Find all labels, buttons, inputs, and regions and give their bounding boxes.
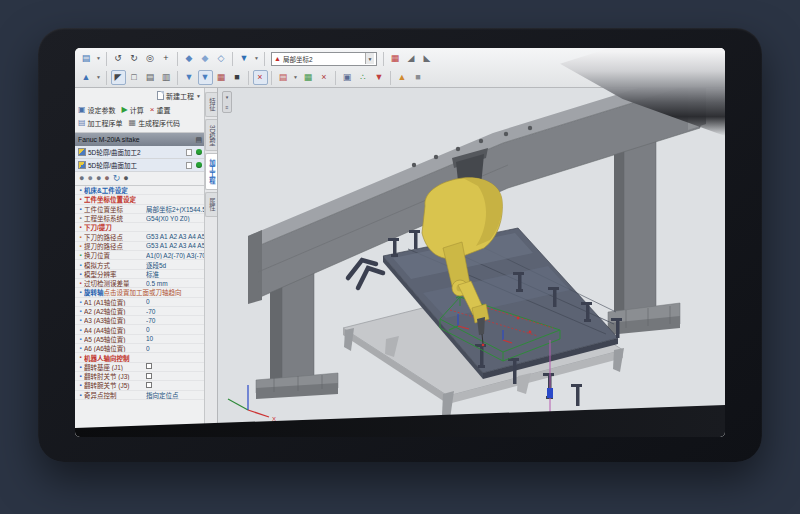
workpiece-icon[interactable]: ▲ bbox=[79, 70, 94, 85]
cursor-icon[interactable]: ▲ bbox=[395, 70, 410, 85]
param-checkbox[interactable] bbox=[146, 363, 152, 369]
new-project-button[interactable]: 新建工程 bbox=[166, 91, 194, 101]
generate-code-button[interactable]: ▦生成程序代码 bbox=[129, 118, 181, 128]
set-params-button[interactable]: ▣设定参数 bbox=[78, 105, 116, 115]
param-row[interactable]: ▪机床&工件设定 bbox=[75, 186, 205, 195]
param-value[interactable]: 逐段5d bbox=[146, 260, 205, 269]
param-value[interactable]: 0 bbox=[146, 326, 205, 333]
param-row[interactable]: ▪A4 (A4轴位置)0 bbox=[75, 325, 205, 334]
info-icon[interactable]: ● bbox=[123, 174, 128, 183]
workpiece-caret-icon[interactable]: ▼ bbox=[95, 70, 103, 85]
param-row[interactable]: ▪模拟方式逐段5d bbox=[75, 260, 205, 269]
param-row[interactable]: ▪机器人轴向控制 bbox=[75, 353, 205, 362]
viewport-menu-icon[interactable]: ▾ bbox=[226, 94, 229, 100]
reset-button[interactable]: ×重置 bbox=[150, 105, 171, 115]
tree-operation-row[interactable]: 5D轮廓/曲面加工 bbox=[75, 159, 205, 172]
tool-setup-icon[interactable]: ● bbox=[87, 174, 92, 183]
select-box-icon[interactable]: □ bbox=[127, 70, 142, 85]
param-row[interactable]: ▪下刀的路径点G53 A1 A2 A3 A4 A5 A6 bbox=[75, 232, 205, 241]
simulation-icon[interactable]: ● bbox=[104, 174, 109, 183]
viewport-mini-toolbar[interactable]: ▾ ≡ bbox=[222, 91, 232, 113]
param-row[interactable]: ▪过切检测误差量0.5 mm bbox=[75, 279, 205, 288]
param-checkbox[interactable] bbox=[146, 382, 152, 388]
machine-setup-icon[interactable]: ● bbox=[79, 174, 84, 183]
param-value[interactable]: 点击设置加工面或刀轴趋向 bbox=[104, 288, 206, 297]
param-row[interactable]: ▪A5 (A5轴位置)10 bbox=[75, 335, 205, 344]
combo-dropdown-icon[interactable]: ▼ bbox=[365, 53, 374, 64]
solid-view-icon[interactable]: ◆ bbox=[182, 51, 197, 66]
select-icon[interactable]: ◤ bbox=[111, 70, 126, 85]
tree-machine-node[interactable]: Fanuc M-20iA sitake ▤ bbox=[75, 133, 205, 146]
new-project-caret-icon[interactable]: ▼ bbox=[196, 93, 201, 99]
param-value[interactable]: 10 bbox=[146, 335, 205, 342]
param-value[interactable]: -70 bbox=[146, 317, 205, 324]
param-row[interactable]: ▪A2 (A2轴位置)-70 bbox=[75, 307, 205, 316]
collision-check-icon[interactable]: × bbox=[253, 70, 268, 85]
param-value[interactable]: 局部坐标2+(X1544.582 bbox=[146, 205, 205, 214]
param-row[interactable]: ▪工程坐标系统G54(X0 Y0 Z0) bbox=[75, 214, 205, 223]
wireframe-view-icon[interactable]: ◇ bbox=[214, 51, 229, 66]
param-value[interactable]: 标准 bbox=[146, 270, 205, 279]
param-value[interactable]: 0 bbox=[146, 345, 205, 352]
param-row[interactable]: ▪下刀/提刀 bbox=[75, 223, 205, 232]
param-row[interactable]: ▪提刀的路径点G53 A1 A2 A3 A4 A5 A6 bbox=[75, 242, 205, 251]
funnel-blue-2-icon[interactable]: ▼ bbox=[198, 70, 213, 85]
palette-icon[interactable]: ▦ bbox=[388, 51, 403, 66]
panel-tab-item[interactable]: 属性 bbox=[205, 192, 217, 217]
tree-operation-row[interactable]: 5D轮廓/曲面加工2 bbox=[75, 146, 205, 159]
param-value[interactable]: A1(0) A2(-70) A3(-70) bbox=[146, 252, 205, 259]
program-list-button[interactable]: ▤加工程序单 bbox=[78, 118, 123, 128]
zoom-icon[interactable]: ◎ bbox=[143, 51, 158, 66]
pdf-caret-icon[interactable]: ▼ bbox=[292, 70, 300, 85]
param-checkbox[interactable] bbox=[146, 373, 152, 379]
funnel-blue-icon[interactable]: ▼ bbox=[182, 70, 197, 85]
workpiece-setup-icon[interactable]: ● bbox=[96, 174, 101, 183]
param-value[interactable]: G53 A1 A2 A3 A4 A5 A6 bbox=[146, 242, 205, 249]
param-row[interactable]: ▪奇异点控制指向定位点 bbox=[75, 391, 205, 400]
open-caret-icon[interactable]: ▼ bbox=[95, 51, 103, 66]
verify-icon[interactable]: ▼ bbox=[237, 51, 252, 66]
verify-caret-icon[interactable]: ▼ bbox=[253, 51, 261, 66]
param-row[interactable]: ▪旋转轴点击设置加工面或刀轴趋向 bbox=[75, 288, 205, 297]
refresh-icon[interactable]: ↻ bbox=[113, 174, 121, 183]
machine-icon[interactable]: ■ bbox=[411, 70, 426, 85]
param-row[interactable]: ▪翻转基座 (J1) bbox=[75, 363, 205, 372]
rotate-right-icon[interactable]: ↻ bbox=[127, 51, 142, 66]
sheet-copy-icon[interactable]: ▥ bbox=[159, 70, 174, 85]
param-row[interactable]: ▪换刀位置A1(0) A2(-70) A3(-70) bbox=[75, 251, 205, 260]
calculate-button[interactable]: ▶计算 bbox=[122, 105, 144, 115]
param-row[interactable]: ▪模型分辨率标准 bbox=[75, 270, 205, 279]
param-row[interactable]: ▪工件位置坐标局部坐标2+(X1544.582 bbox=[75, 205, 205, 214]
param-row[interactable]: ▪A6 (A6轴位置)0 bbox=[75, 344, 205, 353]
coordinate-system-combo[interactable]: ▲局部坐标2▼ bbox=[271, 52, 377, 66]
param-value[interactable]: 0 bbox=[146, 298, 205, 305]
pan-icon[interactable]: + bbox=[159, 51, 174, 66]
monitor-icon[interactable]: ▣ bbox=[340, 70, 355, 85]
rotate-left-icon[interactable]: ↺ bbox=[111, 51, 126, 66]
sheet-icon[interactable]: ▤ bbox=[143, 70, 158, 85]
mesh-edit-icon[interactable]: ▦ bbox=[214, 70, 229, 85]
param-value[interactable]: 指向定位点 bbox=[146, 391, 205, 400]
viewport-3d[interactable]: ▾ ≡ bbox=[218, 88, 725, 437]
robot-tool-icon[interactable]: ◢ bbox=[404, 51, 419, 66]
block-icon[interactable]: ■ bbox=[230, 70, 245, 85]
panel-tab-item[interactable]: 3D模型 bbox=[205, 119, 217, 152]
param-row[interactable]: ▪A1 (A1轴位置)0 bbox=[75, 298, 205, 307]
viewport-options-icon[interactable]: ≡ bbox=[226, 104, 229, 110]
param-row[interactable]: ▪工件坐标位置设定 bbox=[75, 195, 205, 204]
param-value[interactable]: G53 A1 A2 A3 A4 A5 A6 bbox=[146, 233, 205, 240]
param-value[interactable]: 0.5 mm bbox=[146, 280, 205, 287]
scatter-icon[interactable]: ∴ bbox=[356, 70, 371, 85]
fixture-icon[interactable]: ◣ bbox=[420, 51, 435, 66]
shaded-view-icon[interactable]: ◆ bbox=[198, 51, 213, 66]
param-row[interactable]: ▪翻转肘关节 (J3) bbox=[75, 372, 205, 381]
delete-doc-icon[interactable]: × bbox=[317, 70, 332, 85]
param-row[interactable]: ▪A3 (A3轴位置)-70 bbox=[75, 316, 205, 325]
funnel-red-icon[interactable]: ▼ bbox=[372, 70, 387, 85]
param-row[interactable]: ▪翻转腕关节 (J5) bbox=[75, 381, 205, 390]
open-model-icon[interactable]: ▤ bbox=[79, 51, 94, 66]
param-value[interactable]: G54(X0 Y0 Z0) bbox=[146, 215, 205, 222]
pdf-export-icon[interactable]: ▤ bbox=[276, 70, 291, 85]
panel-tab-item[interactable]: 特征 bbox=[205, 92, 217, 117]
panel-tab-selected[interactable]: 加工工程 bbox=[205, 153, 217, 190]
